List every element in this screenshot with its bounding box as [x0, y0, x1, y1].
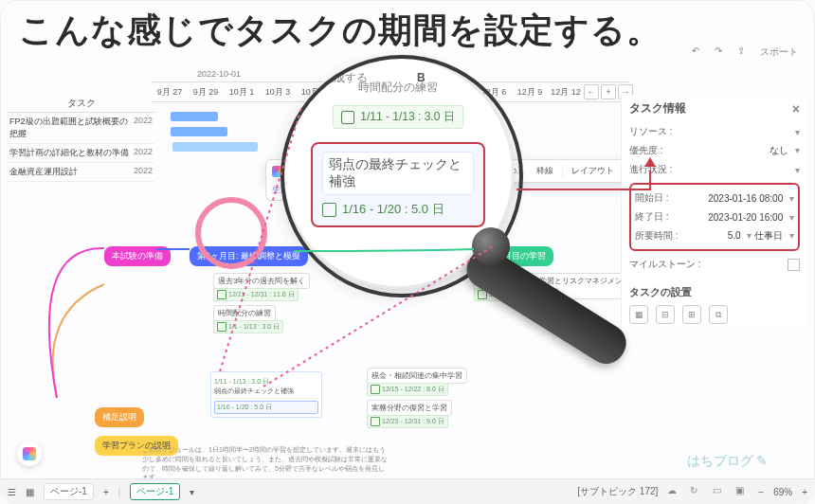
start-date-value[interactable]: 2023-01-16 08:00 ▾ [708, 193, 794, 204]
grid-icon[interactable]: ▦ [26, 487, 34, 497]
calendar-icon [322, 203, 336, 217]
calendar-icon [371, 385, 380, 394]
date-label: 12/15 - 12/22 : 8.0 日 [367, 383, 448, 396]
border-menu[interactable]: 枠線 [534, 164, 556, 178]
gantt-bar[interactable] [172, 142, 258, 152]
mag-card-title: 弱点の最終チェックと補強 [322, 152, 474, 195]
gantt-bar[interactable] [171, 112, 218, 121]
date-highlight-box: 開始日 :2023-01-16 08:00 ▾ 終了日 :2023-01-20 … [629, 183, 800, 251]
watermark: はちブログ ✎ [687, 453, 769, 470]
close-icon[interactable]: × [792, 101, 800, 117]
export-label[interactable]: スポート [760, 45, 798, 59]
present-icon[interactable]: ▭ [713, 485, 726, 498]
layout-option-3[interactable]: ⊞ [682, 305, 701, 324]
mag-date-chip: 1/11 - 1/13 : 3.0 日 [333, 105, 462, 129]
zoom-out-button[interactable]: − [758, 487, 764, 497]
node-blue[interactable]: 第4ヶ月目: 最終調整と模擬 [190, 246, 308, 266]
calendar-icon [371, 417, 380, 426]
mag-highlight-card: 弱点の最終チェックと補強 1/16 - 1/20 : 5.0 日 [311, 142, 485, 227]
task-row[interactable]: FP2級の出題範囲と試験概要の把握2022 [8, 113, 154, 144]
headline: こんな感じでタスクの期間を設定する。 [19, 8, 661, 54]
progress-dropdown[interactable]: ▾ [795, 165, 800, 175]
duration-label: 所要時間 : [635, 229, 679, 243]
priority-value[interactable]: なし ▾ [770, 144, 800, 157]
node-orange[interactable]: 補足説明 [95, 407, 144, 427]
timeline-prev-button[interactable]: ← [584, 84, 599, 99]
timeline-mark: 9月 29 [188, 86, 224, 99]
date-label: 1/1 - 1/13 : 3.0 日 [213, 320, 283, 333]
history-icon[interactable]: ↻ [690, 485, 703, 498]
milestone-checkbox[interactable] [788, 259, 800, 271]
resource-label: リソース : [629, 125, 673, 138]
end-date-label: 終了日 : [635, 210, 669, 224]
zoom-level[interactable]: 69% [773, 487, 792, 497]
task-info-panel: タスク情報× リソース :▾ 優先度 :なし ▾ 進行状況 :▾ 開始日 :20… [621, 95, 807, 330]
timeline-mark: 9月 27 [152, 86, 188, 99]
magnifier-knob [472, 227, 510, 265]
top-toolbar: ↶ ↷ ⇪ スポート [692, 45, 798, 59]
share-icon[interactable]: ⇪ [737, 45, 751, 59]
app-logo-icon [272, 166, 283, 177]
subnode[interactable]: 税金・相続関連の集中学習 [367, 368, 467, 384]
priority-label: 優先度 : [629, 144, 663, 157]
fit-icon[interactable]: ▣ [735, 485, 749, 498]
layout-section-title: タスクの設置 [629, 285, 800, 299]
task-row[interactable]: 学習計画の詳細化と教材の準備2022 [8, 144, 154, 163]
focus-date-1: 1/11 - 1/13 : 3.0 日 [214, 377, 318, 387]
gantt-bar[interactable] [171, 127, 227, 136]
subtopic-count: [サブトピック 172] [577, 485, 658, 498]
date-label: 12/21 - 12/31 : 11.0 日 [213, 288, 299, 301]
focus-date-2: 1/16 - 1/20 : 5.0 日 [214, 401, 318, 414]
focus-card-title: 弱点の最終チェックと補強 [214, 387, 318, 399]
undo-icon[interactable]: ↶ [692, 45, 705, 59]
start-date-label: 開始日 : [635, 191, 669, 205]
date-label: 12/23 - 12/31 : 9.0 日 [367, 415, 448, 428]
footnote-text: このスケジュールは、1日1時間半〜2時間の学習を想定しています。週末にはもう少し… [142, 445, 389, 479]
focus-card[interactable]: 1/11 - 1/13 : 3.0 日 弱点の最終チェックと補強 1/16 - … [210, 371, 322, 418]
timeline-mark: 12月 9 [512, 86, 548, 99]
app-logo-button[interactable] [17, 441, 42, 466]
zoom-in-button[interactable]: + [802, 487, 807, 497]
timeline-mark: 10月 1 [224, 86, 260, 99]
mag-bold-b: B [417, 71, 426, 84]
end-date-value[interactable]: 2023-01-20 16:00 ▾ [708, 212, 794, 223]
duration-value[interactable]: 5.0 ▾ 仕事日 ▾ [728, 229, 794, 243]
outline-icon[interactable]: ☰ [8, 487, 16, 497]
page-tab[interactable]: ページ-1 [44, 483, 94, 500]
subnode[interactable]: 過去3年分の過去問を解く [213, 273, 310, 289]
layout-option-4[interactable]: ⧉ [709, 305, 728, 324]
timeline-next-button[interactable]: + [601, 84, 616, 99]
calendar-icon [217, 322, 226, 332]
task-list-header: タスク [8, 95, 154, 113]
subnode[interactable]: 実務分野の復習と学習 [367, 400, 452, 416]
timeline-mark: 10月 3 [260, 86, 296, 99]
progress-label: 進行状況 : [629, 163, 673, 176]
layout-option-1[interactable]: ▦ [629, 305, 648, 324]
layout-option-2[interactable]: ⊟ [656, 305, 675, 324]
subnode[interactable]: 時間配分の練習 [213, 305, 276, 321]
calendar-icon [217, 290, 226, 299]
layout-menu[interactable]: レイアウト [569, 164, 617, 178]
cloud-icon[interactable]: ☁ [667, 485, 680, 498]
redo-icon[interactable]: ↷ [715, 45, 728, 59]
timeline-mark: 12月 12 [548, 86, 584, 99]
mag-card-date: 1/16 - 1/20 : 5.0 日 [322, 201, 474, 218]
calendar-icon [341, 111, 354, 124]
status-bar: ☰ ▦ ページ-1 + | ページ-1▾ [サブトピック 172] ☁ ↻ ▭ … [0, 478, 815, 504]
app-logo-icon [23, 447, 36, 460]
mag-top-left: 生成する [322, 71, 368, 84]
timeline-date-header: 2022-10-01 [197, 69, 241, 79]
add-page-button[interactable]: + [103, 487, 109, 497]
panel-title: タスク情報 [629, 100, 686, 117]
node-pink[interactable]: 本試験の準備 [104, 246, 171, 266]
milestone-label: マイルストーン : [629, 258, 701, 271]
page-dropdown[interactable]: ▾ [190, 487, 194, 497]
page-tab-active[interactable]: ページ-1 [130, 483, 180, 500]
resource-dropdown[interactable]: ▾ [795, 127, 800, 137]
